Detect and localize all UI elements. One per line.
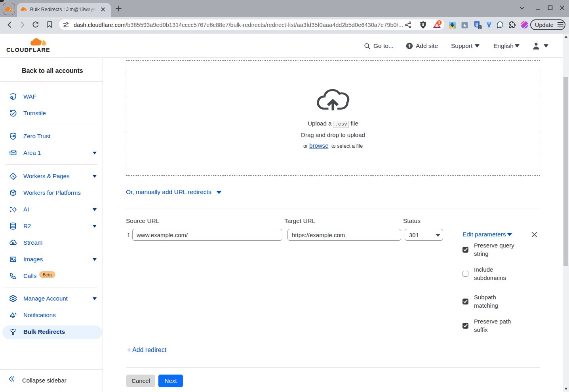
svg-text:2: 2: [479, 26, 481, 29]
svg-text:5: 5: [438, 21, 440, 25]
svg-text:★: ★: [463, 23, 467, 28]
